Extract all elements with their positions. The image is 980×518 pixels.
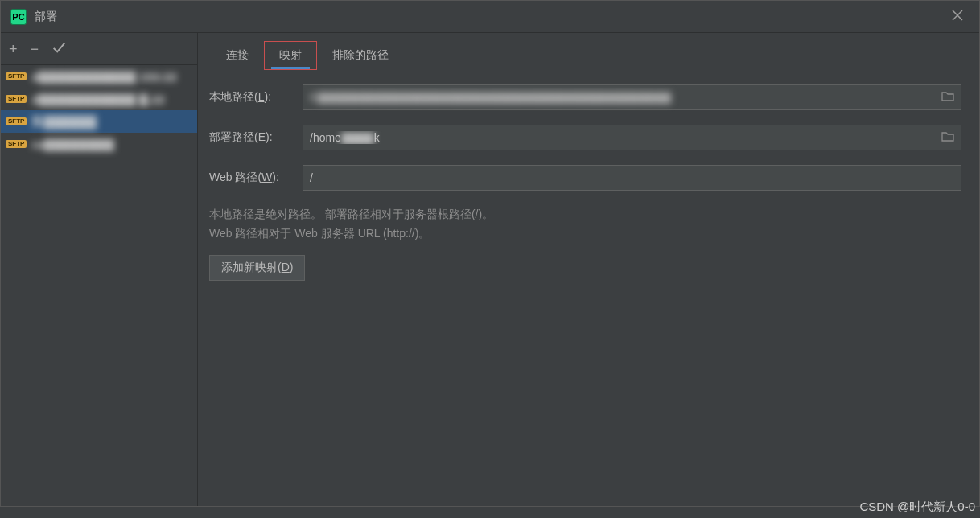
- tab-excluded[interactable]: 排除的路径: [317, 41, 404, 70]
- config-panel: 连接 映射 排除的路径 本地路径(L): C▓▓▓▓▓▓▓▓▓▓▓▓▓▓▓▓▓▓…: [198, 33, 979, 506]
- local-path-input[interactable]: C▓▓▓▓▓▓▓▓▓▓▓▓▓▓▓▓▓▓▓▓▓▓▓▓▓▓▓▓▓▓▓▓▓▓▓▓▓▓▓…: [303, 84, 961, 110]
- deploy-path-input[interactable]: /home▓▓▓▓k: [303, 125, 961, 150]
- web-path-value: /: [310, 171, 954, 184]
- local-path-label: 本地路径(L):: [208, 90, 303, 105]
- apply-icon[interactable]: [51, 40, 66, 57]
- web-path-label: Web 路径(W):: [208, 171, 303, 185]
- server-item[interactable]: SFTPro▓▓▓▓▓▓▓▓: [1, 133, 197, 155]
- server-list: SFTPd▓▓▓▓▓▓▓▓▓▓▓ 153:22SFTPd▓▓▓▓▓▓▓▓▓▓▓ …: [1, 65, 197, 506]
- add-mapping-button[interactable]: 添加新映射(D): [209, 255, 305, 281]
- remove-server-button[interactable]: −: [31, 42, 39, 56]
- watermark: CSDN @时代新人0-0: [859, 500, 975, 515]
- help-text: 本地路径是绝对路径。 部署路径相对于服务器根路径(/)。 Web 路径相对于 W…: [209, 205, 961, 244]
- protocol-badge: SFTP: [6, 72, 27, 80]
- tab-connection[interactable]: 连接: [211, 41, 264, 70]
- close-icon[interactable]: [945, 6, 970, 27]
- server-toolbar: + −: [1, 33, 197, 65]
- folder-icon[interactable]: [941, 131, 954, 145]
- title-bar: PC 部署: [1, 1, 979, 33]
- local-path-value: C▓▓▓▓▓▓▓▓▓▓▓▓▓▓▓▓▓▓▓▓▓▓▓▓▓▓▓▓▓▓▓▓▓▓▓▓▓▓▓…: [310, 91, 941, 104]
- protocol-badge: SFTP: [6, 140, 27, 148]
- deploy-path-value: /home▓▓▓▓k: [310, 131, 941, 144]
- server-item[interactable]: SFTPd▓▓▓▓▓▓▓▓▓▓▓ 153:22: [1, 65, 197, 88]
- tabs: 连接 映射 排除的路径: [198, 33, 979, 70]
- server-name: ro▓▓▓▓▓▓▓▓: [31, 138, 113, 151]
- server-name: 实▓▓▓▓▓▓: [31, 114, 97, 130]
- protocol-badge: SFTP: [6, 117, 27, 125]
- deploy-path-label: 部署路径(E):: [208, 130, 303, 145]
- tab-mapping[interactable]: 映射: [264, 41, 317, 70]
- folder-icon[interactable]: [941, 91, 954, 105]
- server-name: d▓▓▓▓▓▓▓▓▓▓▓ ▓.22: [31, 92, 164, 106]
- window-title: 部署: [35, 10, 57, 24]
- server-panel: + − SFTPd▓▓▓▓▓▓▓▓▓▓▓ 153:22SFTPd▓▓▓▓▓▓▓▓…: [1, 33, 198, 506]
- add-server-button[interactable]: +: [9, 42, 18, 56]
- app-icon: PC: [10, 9, 27, 25]
- server-item[interactable]: SFTPd▓▓▓▓▓▓▓▓▓▓▓ ▓.22: [1, 88, 197, 110]
- web-path-input[interactable]: /: [303, 165, 961, 191]
- protocol-badge: SFTP: [6, 95, 27, 103]
- server-item[interactable]: SFTP实▓▓▓▓▓▓: [1, 110, 197, 133]
- server-name: d▓▓▓▓▓▓▓▓▓▓▓ 153:22: [31, 70, 176, 84]
